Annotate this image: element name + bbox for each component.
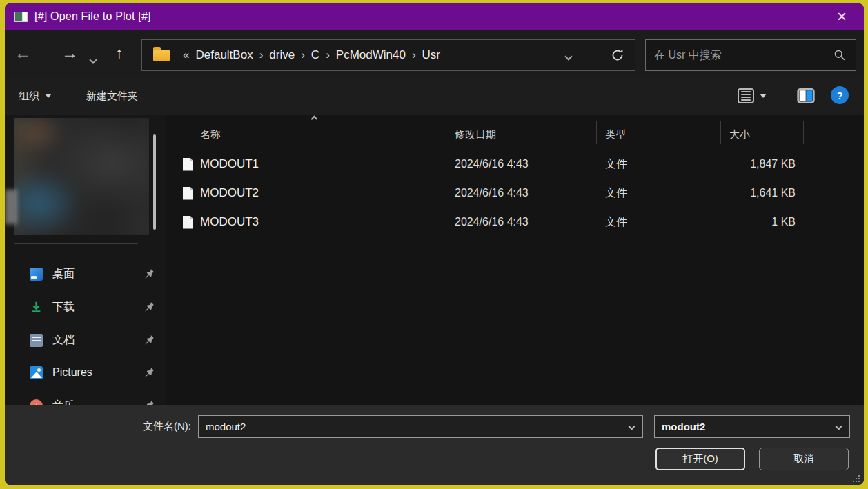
pictures-icon [30, 366, 43, 379]
view-mode-button[interactable] [738, 83, 767, 108]
file-size: 1 KB [721, 208, 804, 237]
sidebar-item-label: 文档 [52, 333, 75, 348]
filename-input[interactable] [199, 421, 629, 432]
folder-icon [153, 50, 170, 61]
column-header-label: 名称 [166, 128, 221, 141]
column-header-date[interactable]: 修改日期 [446, 115, 597, 147]
file-row[interactable]: MODOUT3 2024/6/16 4:43 文件 1 KB [166, 208, 864, 237]
address-bar[interactable]: « DefaultBox › drive › C › PcModWin40 › … [141, 39, 635, 71]
breadcrumb-item[interactable]: PcModWin40 [336, 48, 406, 62]
preview-pane-icon [797, 88, 815, 104]
chevron-down-icon [836, 423, 842, 430]
breadcrumb-item[interactable]: C [311, 48, 319, 62]
refresh-button[interactable] [606, 46, 629, 66]
recent-locations-button[interactable] [79, 39, 107, 67]
file-name-cell: MODOUT3 [166, 208, 446, 237]
breadcrumb-separator: › [406, 48, 422, 62]
file-row[interactable]: MODOUT2 2024/6/16 4:43 文件 1,641 KB [166, 179, 864, 208]
organize-label: 组织 [19, 90, 39, 103]
file-name-cell: MODOUT2 [166, 179, 446, 208]
file-date: 2024/6/16 4:43 [446, 150, 597, 179]
dialog-footer: 文件名(N): modout2 打开(O) 取消 [5, 405, 864, 485]
help-icon: ? [836, 90, 842, 101]
file-row-spacer [804, 179, 864, 208]
file-name-cell: MODOUT1 [166, 150, 446, 179]
search-icon[interactable] [834, 49, 846, 61]
breadcrumb-item[interactable]: DefaultBox [195, 48, 253, 62]
sidebar-scrollbar[interactable] [153, 134, 156, 230]
titlebar[interactable]: [#] Open File to Plot [#] × [5, 3, 864, 30]
cancel-button[interactable]: 取消 [759, 448, 849, 470]
up-button[interactable]: ↑ [106, 39, 133, 67]
file-row[interactable]: MODOUT1 2024/6/16 4:43 文件 1,847 KB [166, 150, 864, 179]
download-icon [30, 301, 43, 314]
sort-ascending-icon [311, 116, 318, 123]
pin-icon[interactable] [144, 269, 154, 279]
breadcrumb-item-current[interactable]: Usr [422, 48, 440, 62]
sidebar-separator [14, 243, 138, 244]
column-header-name[interactable]: 名称 [166, 115, 446, 147]
file-name: MODOUT3 [200, 215, 259, 229]
app-icon [14, 12, 28, 22]
list-view-icon [738, 88, 754, 103]
close-icon: × [837, 7, 847, 26]
cancel-button-label: 取消 [793, 452, 814, 464]
back-button[interactable]: ← [9, 39, 37, 67]
app-icon-right-pane [23, 12, 27, 21]
file-icon [183, 158, 193, 171]
open-button[interactable]: 打开(O) [655, 448, 745, 470]
breadcrumb-separator: › [319, 48, 336, 62]
column-header-label: 修改日期 [446, 128, 496, 141]
up-icon: ↑ [115, 43, 124, 62]
file-type: 文件 [597, 208, 721, 237]
search-box [645, 39, 856, 71]
chevron-down-icon[interactable] [629, 423, 635, 430]
column-header-type[interactable]: 类型 [597, 115, 721, 147]
navigation-bar: ← → ↑ « DefaultBox › drive › C › PcModWi… [5, 30, 864, 77]
address-dropdown-icon[interactable] [564, 52, 572, 60]
search-input[interactable] [646, 49, 834, 61]
preview-thumbnail[interactable] [14, 118, 149, 235]
blurred-image [14, 118, 149, 235]
sidebar-item-pictures[interactable]: Pictures [30, 361, 154, 384]
file-type: 文件 [597, 150, 721, 179]
file-date: 2024/6/16 4:43 [446, 208, 597, 237]
documents-icon [30, 334, 43, 347]
filetype-combobox[interactable]: modout2 [654, 415, 850, 438]
refresh-icon [611, 48, 624, 62]
resize-grip[interactable] [851, 474, 860, 482]
pin-icon[interactable] [144, 302, 154, 312]
file-type: 文件 [597, 179, 721, 208]
column-header-spacer [804, 115, 864, 147]
desktop-icon [30, 268, 43, 281]
window-title: [#] Open File to Plot [#] [34, 10, 151, 23]
column-header-label: 大小 [721, 128, 750, 141]
file-size: 1,641 KB [721, 179, 804, 208]
file-row-spacer [804, 208, 864, 237]
file-size: 1,847 KB [721, 150, 804, 179]
pin-icon[interactable] [144, 335, 154, 346]
breadcrumb-item[interactable]: drive [269, 48, 295, 62]
file-row-spacer [804, 150, 864, 179]
preview-pane-button[interactable] [797, 83, 815, 108]
sidebar-item-documents[interactable]: 文档 [30, 328, 154, 352]
filename-combobox [198, 415, 643, 438]
sidebar-item-downloads[interactable]: 下载 [30, 295, 154, 319]
close-button[interactable]: × [829, 6, 854, 27]
breadcrumb-overflow-icon[interactable]: « [177, 48, 195, 62]
new-folder-button[interactable]: 新建文件夹 [86, 83, 138, 108]
breadcrumb-separator: › [295, 48, 311, 62]
filetype-value: modout2 [655, 421, 836, 432]
back-icon: ← [14, 43, 31, 62]
sidebar-item-desktop[interactable]: 桌面 [30, 262, 154, 286]
help-button[interactable]: ? [831, 86, 849, 104]
column-header-size[interactable]: 大小 [721, 115, 804, 147]
organize-button[interactable]: 组织 [19, 83, 52, 108]
open-button-label: 打开(O) [682, 452, 718, 464]
pin-icon[interactable] [144, 368, 154, 378]
file-icon [183, 187, 193, 200]
open-file-dialog: [#] Open File to Plot [#] × ← → ↑ « Defa [5, 3, 864, 485]
file-name: MODOUT2 [200, 186, 259, 200]
chevron-down-icon [89, 56, 97, 63]
file-date: 2024/6/16 4:43 [446, 179, 597, 208]
